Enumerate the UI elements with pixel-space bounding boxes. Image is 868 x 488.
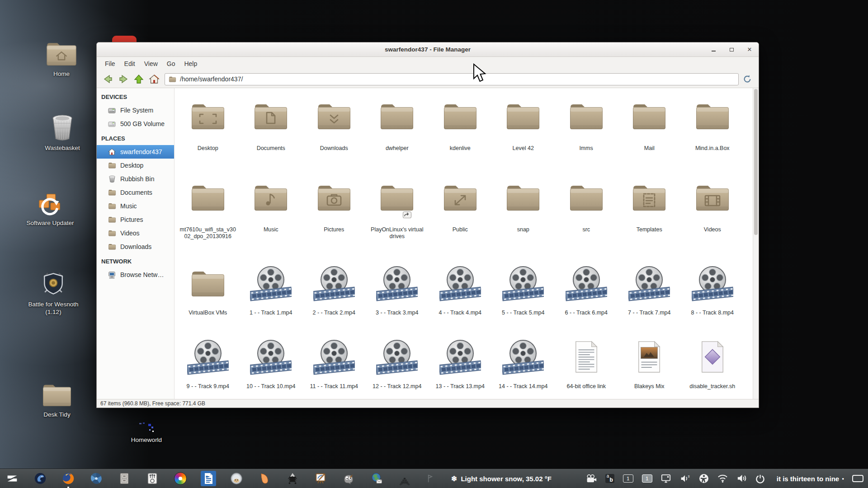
wifi-tray-icon[interactable] xyxy=(717,474,728,483)
sidebar-item-swarfendor437[interactable]: swarfendor437 xyxy=(97,145,174,159)
launcher-file-cabinet-app[interactable] xyxy=(117,471,132,486)
path-input[interactable]: /home/swarfendor437/ xyxy=(165,73,739,85)
file-item-kdenlive[interactable]: kdenlive xyxy=(429,91,492,152)
close-button[interactable]: ✕ xyxy=(746,46,753,53)
sidebar-item-500-gb-volume[interactable]: 500 GB Volume xyxy=(97,117,174,131)
launcher-audio-mixer-app[interactable] xyxy=(145,471,160,486)
file-item-14-track-14-mp4[interactable]: 14 - - Track 14.mp4 xyxy=(492,334,555,390)
menu-file[interactable]: File xyxy=(100,58,120,69)
file-item-6-track-6-mp4[interactable]: 6 - - Track 6.mp4 xyxy=(555,261,618,316)
forward-button[interactable] xyxy=(117,72,130,86)
file-item-7-track-7-mp4[interactable]: 7 - - Track 7.mp4 xyxy=(618,261,681,316)
file-item-public[interactable]: Public xyxy=(429,172,492,240)
file-item-64-bit-office-link[interactable]: 64-bit office link xyxy=(555,334,618,390)
desktop-icon-home[interactable]: Home xyxy=(36,40,87,78)
launcher-gimp[interactable] xyxy=(341,471,356,486)
menu-view[interactable]: View xyxy=(140,58,162,69)
sidebar-item-documents[interactable]: Documents xyxy=(97,186,174,199)
sidebar-item-pictures[interactable]: Pictures xyxy=(97,213,174,226)
launcher-signal-arcs-app[interactable] xyxy=(397,471,412,486)
power-tray-icon[interactable] xyxy=(755,474,765,483)
sidebar-item-browse-netw-[interactable]: Browse Netw… xyxy=(97,268,174,282)
file-item-12-track-12-mp4[interactable]: 12 - - Track 12.mp4 xyxy=(366,334,429,390)
file-item-src[interactable]: src xyxy=(555,172,618,240)
display-tray-icon[interactable] xyxy=(661,474,671,483)
sidebar-item-downloads[interactable]: Downloads xyxy=(97,240,174,253)
launcher-blue-creature-app[interactable] xyxy=(33,471,48,486)
speaker-script-tray-icon[interactable]: s xyxy=(679,474,690,483)
file-item-desktop[interactable]: Desktop xyxy=(176,91,240,152)
refresh-button[interactable] xyxy=(741,72,754,86)
titlebar[interactable]: swarfendor437 - File Manager ✕ xyxy=(97,42,759,57)
file-item-documents[interactable]: Documents xyxy=(240,91,303,152)
scrollbar[interactable] xyxy=(753,88,759,399)
file-item-11-track-11-mp4[interactable]: 11 - - Track 11.mp4 xyxy=(302,334,366,390)
sidebar-item-file-system[interactable]: File System xyxy=(97,103,174,117)
file-item-pictures[interactable]: Pictures xyxy=(302,172,366,240)
file-item-mind-in-a-box[interactable]: Mind.in.a.Box xyxy=(681,91,744,152)
file-item-3-track-3-mp4[interactable]: 3 - - Track 3.mp4 xyxy=(366,261,429,316)
file-item-blakeys-mix[interactable]: Blakeys Mix xyxy=(618,334,681,390)
up-button[interactable] xyxy=(132,72,146,86)
launcher-bird-app[interactable] xyxy=(229,471,244,486)
weather-indicator[interactable]: ❄Light shower snow, 35.02 °F xyxy=(451,474,552,483)
file-item-10-track-10-mp4[interactable]: 10 - - Track 10.mp4 xyxy=(240,334,303,390)
file-item-music[interactable]: Music xyxy=(240,172,303,240)
desktop-icon-battle-for-wesnoth-1-12-[interactable]: Battle for Wesnoth (1.12) xyxy=(28,270,79,316)
file-item-templates[interactable]: Templates xyxy=(618,172,681,240)
back-button[interactable] xyxy=(101,72,115,86)
launcher-globe-mail-app[interactable] xyxy=(369,471,384,486)
sidebar-item-videos[interactable]: Videos xyxy=(97,226,174,240)
launcher-dim-tray-app[interactable] xyxy=(425,471,435,486)
file-label: snap xyxy=(517,226,529,233)
file-item-dwhelper[interactable]: dwhelper xyxy=(366,91,429,152)
file-item-4-track-4-mp4[interactable]: 4 - - Track 4.mp4 xyxy=(429,261,492,316)
launcher-libreoffice-writer[interactable] xyxy=(201,471,216,486)
menu-go[interactable]: Go xyxy=(162,58,180,69)
launcher-inkscape[interactable] xyxy=(285,471,300,486)
file-item-8-track-8-mp4[interactable]: 8 - - Track 8.mp4 xyxy=(681,261,744,316)
desktop-icon-software-updater[interactable]: Software Updater xyxy=(25,189,75,227)
accessibility-tray-icon[interactable] xyxy=(699,474,709,483)
file-item-lmms[interactable]: lmms xyxy=(555,91,618,152)
desktop-icon-homeworld[interactable]: Homeworld xyxy=(121,406,172,444)
launcher-blue-swirl-app[interactable] xyxy=(89,471,104,486)
file-item-9-track-9-mp4[interactable]: 9 - - Track 9.mp4 xyxy=(176,334,240,390)
file-item-5-track-5-mp4[interactable]: 5 - - Track 5.mp4 xyxy=(492,261,555,316)
file-item-downloads[interactable]: Downloads xyxy=(302,91,366,152)
sidebar-item-rubbish-bin[interactable]: Rubbish Bin xyxy=(97,172,174,186)
file-item-level-42[interactable]: Level 42 xyxy=(492,91,555,152)
file-item-mail[interactable]: Mail xyxy=(618,91,681,152)
maximize-button[interactable] xyxy=(728,46,735,53)
file-item-videos[interactable]: Videos xyxy=(681,172,744,240)
desktop-icon-desk-tidy[interactable]: Desk Tidy xyxy=(32,380,82,419)
file-item-disable-tracker-sh[interactable]: disable_tracker.sh xyxy=(681,334,744,390)
menu-help[interactable]: Help xyxy=(179,58,202,69)
launcher-color-wheel-app[interactable] xyxy=(173,471,188,486)
file-item-1-track-1-mp4[interactable]: 1 - - Track 1.mp4 xyxy=(240,261,303,316)
launcher-firefox[interactable] xyxy=(61,471,76,486)
menu-edit[interactable]: Edit xyxy=(120,58,140,69)
workspace-1[interactable]: 1 xyxy=(623,474,633,483)
file-item-virtualbox-vms[interactable]: VirtualBox VMs xyxy=(176,261,240,316)
show-desktop-button[interactable] xyxy=(852,475,863,482)
scrollbar-thumb[interactable] xyxy=(754,89,758,235)
home-button[interactable] xyxy=(147,72,161,86)
sidebar-item-desktop[interactable]: Desktop xyxy=(97,159,174,172)
desktop-icon-wastebasket[interactable]: Wastebasket xyxy=(37,114,88,152)
file-item-2-track-2-mp4[interactable]: 2 - - Track 2.mp4 xyxy=(302,261,366,316)
keyboard-layout-indicator[interactable]: ab xyxy=(605,474,614,483)
sidebar-item-music[interactable]: Music xyxy=(97,199,174,213)
fuzzy-clock[interactable]: it is thirteen to nine xyxy=(777,475,839,483)
file-item-13-track-13-mp4[interactable]: 13 - - Track 13.mp4 xyxy=(429,334,492,390)
launcher-zorin-menu[interactable] xyxy=(5,471,20,486)
video-camera-tray-icon[interactable] xyxy=(586,474,597,483)
volume-tray-icon[interactable] xyxy=(736,474,747,483)
minimize-button[interactable] xyxy=(710,46,717,53)
file-item-playonlinux-s-virtual-drives[interactable]: PlayOnLinux's virtual drives xyxy=(366,172,429,240)
file-item-mt7610u-wifi-sta-v3002-dpo-20130916[interactable]: mt7610u_wifi_sta_v3002_dpo_20130916 xyxy=(176,172,240,240)
workspace-1-active[interactable]: 1 xyxy=(642,474,652,483)
launcher-orange-shape-app[interactable] xyxy=(257,471,272,486)
launcher-paint-easel-app[interactable] xyxy=(313,471,328,486)
file-item-snap[interactable]: snap xyxy=(492,172,555,240)
